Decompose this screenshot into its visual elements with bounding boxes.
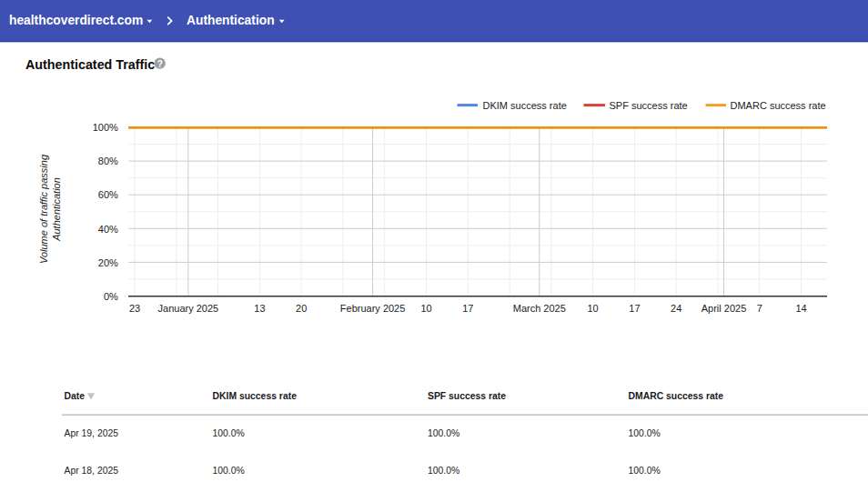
- svg-text:17: 17: [462, 303, 473, 314]
- svg-text:January 2025: January 2025: [158, 303, 219, 314]
- svg-text:Authenticated Traffic: Authenticated Traffic: [25, 57, 155, 72]
- svg-text:healthcoverdirect.com: healthcoverdirect.com: [9, 14, 143, 27]
- svg-text:SPF success rate: SPF success rate: [610, 100, 688, 111]
- svg-text:DKIM success rate: DKIM success rate: [213, 391, 298, 401]
- svg-text:100.0%: 100.0%: [629, 466, 661, 476]
- svg-text:40%: 40%: [98, 224, 118, 235]
- svg-text:100.0%: 100.0%: [213, 428, 245, 438]
- svg-text:Apr 19, 2025: Apr 19, 2025: [65, 428, 119, 438]
- svg-text:DMARC success rate: DMARC success rate: [731, 100, 826, 111]
- svg-text:0%: 0%: [104, 291, 118, 302]
- svg-text:100.0%: 100.0%: [213, 466, 245, 476]
- svg-text:100.0%: 100.0%: [428, 466, 459, 476]
- svg-text:14: 14: [795, 303, 806, 314]
- svg-text:24: 24: [671, 303, 681, 314]
- svg-text:7: 7: [757, 303, 762, 314]
- svg-text:13: 13: [254, 303, 265, 314]
- svg-text:80%: 80%: [98, 156, 118, 166]
- svg-text:10: 10: [587, 303, 598, 314]
- svg-text:60%: 60%: [98, 189, 118, 200]
- svg-text:Authentication: Authentication: [187, 14, 275, 27]
- svg-text:100.0%: 100.0%: [428, 428, 459, 438]
- svg-text:10: 10: [420, 303, 431, 314]
- svg-text:April 2025: April 2025: [701, 303, 747, 314]
- svg-text:Volume of traffic passing: Volume of traffic passing: [38, 154, 49, 264]
- svg-text:Date: Date: [65, 391, 86, 401]
- svg-text:SPF success rate: SPF success rate: [428, 391, 506, 401]
- svg-text:Apr 18, 2025: Apr 18, 2025: [65, 466, 119, 476]
- svg-text:DMARC success rate: DMARC success rate: [629, 391, 724, 401]
- svg-text:100%: 100%: [93, 122, 118, 133]
- svg-text:February 2025: February 2025: [340, 303, 406, 314]
- svg-text:Authentication: Authentication: [51, 177, 62, 242]
- svg-text:17: 17: [629, 303, 640, 314]
- svg-text:?: ?: [157, 59, 163, 69]
- svg-text:23: 23: [129, 303, 140, 314]
- svg-text:100.0%: 100.0%: [629, 428, 661, 438]
- svg-text:March 2025: March 2025: [513, 303, 566, 314]
- svg-text:20%: 20%: [98, 257, 118, 268]
- svg-text:20: 20: [296, 303, 307, 314]
- svg-text:DKIM success rate: DKIM success rate: [483, 100, 567, 111]
